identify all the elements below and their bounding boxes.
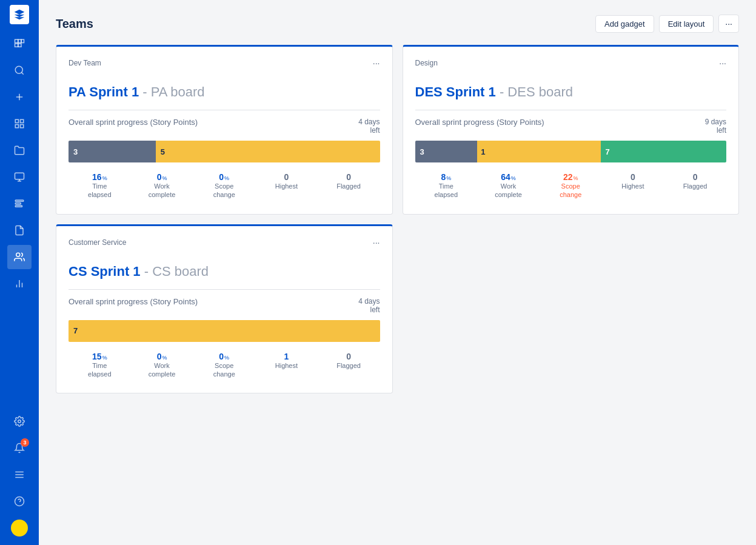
cs-stat-scope-label: Scopechange — [206, 361, 243, 379]
svg-rect-11 — [15, 125, 18, 128]
header-actions: Add gadget Edit layout ··· — [595, 15, 739, 33]
design-bar-done: 7 — [601, 141, 726, 162]
cs-stat-time: 15% Timeelapsed — [81, 352, 118, 379]
svg-rect-17 — [15, 203, 21, 204]
search-icon[interactable] — [7, 58, 32, 82]
dev-team-menu-button[interactable]: ··· — [373, 59, 380, 67]
folder-icon[interactable] — [7, 138, 32, 162]
cs-team-label: Customer Service — [69, 238, 126, 247]
dev-stats-row: 16% Timeelapsed 0% Workcomplete 0% Scope… — [69, 172, 380, 199]
design-days-left: 9 daysleft — [705, 118, 726, 135]
board-icon[interactable] — [7, 112, 32, 136]
svg-rect-1 — [18, 39, 21, 42]
cs-stat-flagged: 0 Flagged — [330, 352, 367, 379]
design-progress-bar: 3 1 7 — [415, 141, 727, 162]
svg-rect-10 — [21, 119, 24, 122]
dev-stat-highest: 0 Highest — [268, 172, 304, 199]
cs-stat-scope-value: 0% — [206, 352, 243, 361]
design-menu-button[interactable]: ··· — [719, 59, 726, 67]
teams-icon[interactable] — [7, 245, 32, 269]
dev-stat-scope-label: Scopechange — [206, 182, 243, 199]
dev-days-left: 4 daysleft — [358, 118, 380, 135]
cs-stat-work: 0% Workcomplete — [144, 352, 180, 379]
logo[interactable] — [10, 5, 29, 24]
cs-stat-flagged-label: Flagged — [330, 361, 367, 370]
dev-stat-time-value: 16% — [81, 172, 118, 182]
design-bar-todo-small: 1 — [477, 141, 600, 162]
help-icon[interactable] — [7, 489, 32, 513]
dev-bar-todo: 5 — [156, 141, 380, 162]
design-stat-time: 8% Timeelapsed — [428, 172, 464, 199]
cs-progress-header: Overall sprint progress (Story Points) 4… — [69, 297, 380, 314]
dev-stat-time-label: Timeelapsed — [81, 182, 118, 199]
cs-progress-bar: 7 — [69, 320, 380, 342]
cs-stat-flagged-value: 0 — [330, 352, 367, 361]
cs-stat-work-value: 0% — [144, 352, 180, 361]
design-stat-work-value: 64% — [490, 172, 527, 182]
dev-team-label: Dev Team — [69, 59, 101, 67]
edit-layout-button[interactable]: Edit layout — [659, 15, 714, 33]
dev-stat-time: 16% Timeelapsed — [81, 172, 118, 199]
design-stat-highest-label: Highest — [615, 182, 651, 190]
cs-menu-button[interactable]: ··· — [373, 238, 380, 247]
notification-badge: 3 — [21, 438, 29, 447]
cs-sprint-name: CS Sprint 1 — [69, 264, 141, 279]
card-divider — [69, 110, 380, 110]
cs-stats-row: 15% Timeelapsed 0% Workcomplete 0% Scope… — [69, 352, 380, 379]
design-stat-time-label: Timeelapsed — [428, 182, 464, 199]
create-icon[interactable] — [7, 85, 32, 109]
dev-bar-in-progress: 3 — [69, 141, 156, 162]
reports-icon[interactable] — [7, 272, 32, 296]
add-gadget-button[interactable]: Add gadget — [595, 15, 654, 33]
design-stat-highest-value: 0 — [615, 172, 651, 182]
design-stat-flagged-value: 0 — [677, 172, 714, 182]
dev-board-name: - PA board — [142, 84, 204, 99]
cs-stat-highest: 1 Highest — [268, 352, 304, 379]
svg-point-19 — [16, 253, 20, 256]
timeline-icon[interactable] — [7, 192, 32, 216]
cs-progress-label: Overall sprint progress (Story Points) — [69, 297, 198, 306]
dev-progress-header: Overall sprint progress (Story Points) 4… — [69, 118, 380, 135]
cs-card-header: Customer Service ··· — [69, 238, 380, 254]
dev-sprint-name: PA Sprint 1 — [69, 84, 139, 99]
dev-stat-scope-value: 0% — [206, 172, 243, 182]
cs-stat-work-label: Workcomplete — [144, 361, 180, 379]
pages-icon[interactable] — [7, 218, 32, 242]
cs-bar-todo: 7 — [69, 320, 380, 342]
notifications-icon[interactable]: 3 — [7, 436, 32, 460]
svg-rect-3 — [15, 44, 18, 47]
dev-stat-flagged-label: Flagged — [330, 182, 367, 190]
dev-stat-scope: 0% Scopechange — [206, 172, 243, 199]
dev-team-sprint-title: PA Sprint 1 - PA board — [69, 84, 380, 100]
design-card-header: Design ··· — [415, 59, 727, 75]
design-card: Design ··· DES Sprint 1 - DES board Over… — [403, 45, 740, 215]
cs-stat-time-label: Timeelapsed — [81, 361, 118, 379]
design-progress-header: Overall sprint progress (Story Points) 9… — [415, 118, 727, 135]
design-bar-in-progress: 3 — [415, 141, 478, 162]
page-header: Teams Add gadget Edit layout ··· — [56, 15, 739, 33]
design-stat-work: 64% Workcomplete — [490, 172, 527, 199]
svg-rect-9 — [15, 119, 18, 122]
monitor-icon[interactable] — [7, 165, 32, 189]
svg-rect-2 — [21, 39, 24, 42]
svg-line-6 — [21, 72, 23, 74]
cards-grid: Dev Team ··· PA Sprint 1 - PA board Over… — [56, 45, 739, 393]
svg-rect-12 — [21, 125, 24, 128]
svg-rect-18 — [15, 206, 22, 207]
dev-team-card: Dev Team ··· PA Sprint 1 - PA board Over… — [56, 45, 393, 215]
design-sprint-title: DES Sprint 1 - DES board — [415, 84, 727, 100]
design-stat-scope-value: 22% — [552, 172, 589, 182]
settings-icon[interactable] — [7, 409, 32, 433]
svg-point-5 — [15, 66, 22, 73]
home-icon[interactable] — [7, 32, 32, 56]
design-team-label: Design — [415, 59, 438, 67]
menu-icon[interactable] — [7, 463, 32, 487]
svg-rect-0 — [15, 39, 18, 42]
cs-sprint-title: CS Sprint 1 - CS board — [69, 264, 380, 279]
dev-stat-work-value: 0% — [144, 172, 180, 182]
more-options-button[interactable]: ··· — [718, 15, 739, 33]
dev-stat-work-label: Workcomplete — [144, 182, 180, 199]
cs-board-name: - CS board — [144, 264, 209, 279]
main-content: Teams Add gadget Edit layout ··· Dev Tea… — [39, 0, 756, 545]
avatar[interactable] — [7, 516, 32, 540]
